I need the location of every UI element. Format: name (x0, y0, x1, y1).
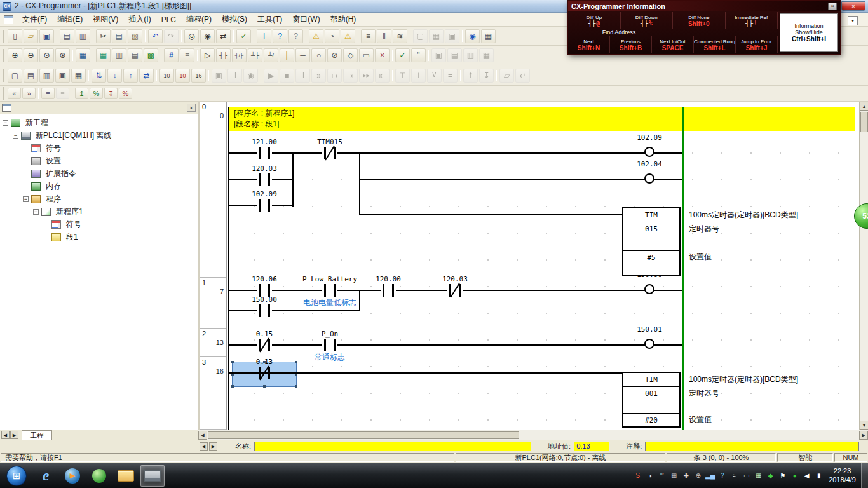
program-check-icon[interactable]: ✓ (395, 48, 410, 62)
watch-window-icon[interactable]: ◔ (325, 29, 339, 43)
new-instruction-icon[interactable]: ▭ (359, 48, 374, 62)
pin-icon[interactable]: ✚ (681, 470, 691, 482)
tree-expander-icon[interactable]: − (13, 133, 18, 139)
scroll-right-icon[interactable]: ▶ (859, 431, 868, 440)
ladder-contact[interactable]: 120.06 (257, 284, 272, 297)
signed-decimal-display-icon[interactable]: 10 (175, 69, 190, 83)
close-all-icon[interactable]: ▣ (55, 69, 70, 83)
flag-icon[interactable]: ⚑ (777, 470, 788, 482)
rung-comment-icon[interactable]: " (411, 48, 426, 62)
name-field[interactable] (254, 442, 531, 451)
new-or-closed-contact-icon[interactable]: ┴/ (264, 48, 278, 62)
ime-icon[interactable]: °' (656, 470, 667, 482)
about-icon[interactable]: i (257, 29, 271, 43)
ladder-contact[interactable]: 150.00 (257, 304, 272, 317)
tree-expander-icon[interactable]: − (23, 196, 29, 202)
function-block-icon[interactable]: ▣ (431, 48, 446, 62)
ie-taskbar-icon[interactable]: e (34, 465, 58, 487)
reset-run-icon[interactable]: ⇤ (375, 69, 390, 83)
sfc-editor-icon[interactable]: ▥ (463, 48, 478, 62)
print-preview-icon[interactable]: ▥ (76, 29, 90, 43)
ladder-canvas[interactable]: [程序名 : 新程序1] [段名称 : 段1] 121.00TIM015120.… (227, 102, 859, 430)
find-icon[interactable]: ◎ (184, 29, 199, 43)
settings-view-icon[interactable]: ▤ (128, 48, 142, 62)
ladder-contact[interactable]: 120.00 (381, 284, 396, 297)
sogou-icon[interactable]: S (632, 470, 643, 482)
copy-icon[interactable]: ▤ (112, 29, 126, 43)
align-list-icon[interactable]: ≡ (41, 88, 55, 99)
io-comment-icon[interactable]: ▥ (112, 48, 126, 62)
tree-expander-icon[interactable]: − (3, 120, 8, 126)
new-pls-icon[interactable]: ◇ (343, 48, 358, 62)
menu-item-5[interactable]: 编程(P) (181, 13, 217, 26)
scroll-left-icon[interactable]: ◀ (198, 431, 207, 440)
menu-item-7[interactable]: 工具(T) (252, 13, 287, 26)
force-off-icon[interactable]: ⊥ (411, 69, 426, 83)
timer-block[interactable]: TIM001#20 (622, 372, 681, 428)
ladder-coil[interactable]: 102.04 (644, 173, 654, 184)
workspace-icon[interactable]: ▦ (71, 69, 86, 83)
cascade-icon[interactable]: ▢ (8, 69, 22, 83)
tree-item-project[interactable]: −新工程 (0, 116, 198, 129)
tile-vertical-icon[interactable]: ▥ (39, 69, 54, 83)
compile-icon[interactable]: ✓ (236, 29, 251, 43)
cross-reference-icon[interactable]: ≋ (393, 29, 407, 43)
ladder-contact-nc[interactable]: 0.13 (257, 367, 272, 379)
tools-icon[interactable]: ⊕ (693, 470, 703, 482)
volume-icon[interactable]: ◀ (801, 470, 812, 482)
taskbar-clock[interactable]: 22:23 2018/4/9 (829, 467, 856, 484)
workspace-close-icon[interactable]: × (187, 104, 196, 112)
tab-project[interactable]: 工程 (22, 430, 52, 440)
tab-scroll-right-icon[interactable]: ▶ (10, 431, 18, 439)
grid-toggle-icon[interactable]: ▦ (76, 48, 90, 62)
comment-field[interactable] (645, 442, 859, 451)
ladder-contact[interactable]: 102.09 (257, 199, 272, 212)
differential-monitor-icon[interactable]: ◉ (243, 69, 258, 83)
cut-icon[interactable]: ✂ (96, 29, 111, 43)
decimal-display-icon[interactable]: 10 (159, 69, 174, 83)
tree-item-memory[interactable]: 内存 (0, 180, 198, 193)
compare-with-plc-icon[interactable]: ⇄ (139, 69, 154, 83)
information-window-titlebar[interactable]: CX-Programmer Information × (568, 1, 840, 11)
download-to-plc-icon[interactable]: ↓ (107, 69, 122, 83)
monitor-up-icon[interactable]: ↥ (75, 88, 88, 99)
menu-item-2[interactable]: 视图(V) (88, 13, 123, 26)
symbol-table-icon[interactable]: ▦ (96, 48, 111, 62)
ladder-coil[interactable]: 102.09 (644, 147, 654, 157)
monitor-up-percent-icon[interactable]: % (90, 88, 103, 99)
tree-item-expansion-instructions[interactable]: 扩展指令 (0, 167, 198, 180)
calendar-icon[interactable]: ▦ (753, 470, 764, 482)
hex-display-icon[interactable]: 16 (191, 69, 206, 83)
address-field[interactable]: 0.13 (574, 442, 609, 451)
tree-expander-icon[interactable]: − (33, 209, 39, 215)
horizontal-scrollbar[interactable]: ◀ ▶ (198, 430, 868, 440)
menu-item-9[interactable]: 帮助(H) (325, 13, 362, 26)
tree-item-settings[interactable]: 设置 (0, 154, 198, 167)
upload-from-plc-icon[interactable]: ↑ (123, 69, 138, 83)
help-tray-icon[interactable]: ? (717, 470, 728, 482)
outdent-icon[interactable]: « (8, 88, 21, 99)
pause-monitor-icon[interactable]: ‖ (227, 69, 242, 83)
toolbar-grip[interactable] (3, 49, 4, 62)
monitor-down-percent-icon[interactable]: % (119, 88, 132, 99)
differential-up-icon[interactable]: ↥ (463, 69, 478, 83)
new-closed-coil-icon[interactable]: ⊘ (327, 48, 342, 62)
monitor-mode-icon[interactable]: ▣ (212, 69, 226, 83)
new-or-contact-icon[interactable]: ┴├ (248, 48, 262, 62)
select-tool-icon[interactable]: ▷ (200, 48, 215, 62)
st-editor-icon[interactable]: ▤ (447, 48, 462, 62)
monitor-down-icon[interactable]: ↧ (104, 88, 118, 99)
zoom-out-icon[interactable]: ⊖ (24, 48, 38, 62)
horizontal-line-icon[interactable]: ─ (295, 48, 310, 62)
toolbar-grip[interactable] (3, 69, 4, 82)
memory-view-icon[interactable]: ▩ (144, 48, 158, 62)
ladder-contact[interactable]: 121.00 (257, 147, 272, 159)
wifi-icon[interactable]: ≈ (729, 470, 740, 482)
vertical-scrollbar[interactable]: ▲ ▼ (859, 102, 868, 430)
ladder-coil[interactable]: 150.00 (644, 284, 654, 294)
tree-item-section1[interactable]: 段1 (0, 231, 198, 243)
ladder-contact[interactable]: P_On常通标志 (322, 339, 337, 351)
toolbar-grip[interactable] (3, 30, 4, 43)
start-button[interactable]: ⊞ (6, 466, 27, 486)
force-on-icon[interactable]: ⊤ (395, 69, 410, 83)
